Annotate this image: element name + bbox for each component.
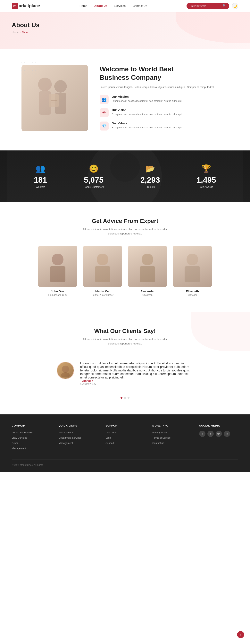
navbar: m arketplace Home About Us Services Cont… [0,0,250,12]
awards-number: 1,495 [196,176,216,184]
about-image [22,65,88,131]
nav-services[interactable]: Services [114,4,126,8]
stat-workers: 👥 181 Workers [34,164,47,188]
svg-point-10 [110,152,140,182]
expert-alexander-role: Chairmen [128,294,167,296]
footer-quick-links: QUICK LINKS Management Department Servic… [58,424,98,452]
footer-social: SOCIAL MEDIA f t g+ in [199,424,238,452]
footer-link-view-blog[interactable]: View Our Blog [12,436,27,439]
social-icons: f t g+ in [199,431,238,437]
footer-bottom: © 2021 Marketplace. All rights [12,460,238,466]
footer-grid: COMPANY About Our Services View Our Blog… [12,424,238,452]
breadcrumb: Home › About [12,31,238,34]
svg-point-20 [61,372,70,377]
expert-elizabeth-photo [173,246,212,287]
testimonial-text: Lorem ipsum dolor sit amet consectetur a… [80,362,193,379]
footer-support: SUPPORT Live Chart Legal Support [106,424,144,452]
dot-3[interactable] [128,397,130,399]
workers-label: Workers [34,186,47,188]
footer-more-heading: MORE INFO [152,424,192,427]
customers-icon: 😊 [84,164,104,173]
about-section: Welcome to World Best Business Company L… [10,49,240,150]
nav-about[interactable]: About Us [94,4,108,8]
about-description: Lorem ipsum viverra feugiat. Pellen tesq… [100,85,228,90]
search-icon[interactable]: 🔍 [222,4,226,8]
vision-desc: Excepteur sint occaecat cupidatat non pr… [112,112,182,116]
values-desc: Excepteur sint occaecat cupidatat non pr… [112,126,182,130]
footer-company: COMPANY About Our Services View Our Blog… [12,424,51,452]
stat-projects: 📂 2,293 Projects [140,164,160,188]
footer-link-about-services[interactable]: About Our Services [12,431,33,434]
nav-contact[interactable]: Contact Us [132,4,147,8]
svg-rect-18 [184,266,200,282]
copyright-text: © 2021 Marketplace. All rights [12,464,43,466]
workers-icon: 👥 [34,164,47,173]
values-title: Our Values [112,122,182,125]
feature-mission-text: Our Mission Excepteur sint occaecat cupi… [112,95,182,104]
facebook-icon[interactable]: f [199,431,206,437]
dot-1[interactable] [120,397,122,399]
mission-desc: Excepteur sint occaecat cupidatat non pr… [112,99,182,103]
expert-alexander-photo [128,246,167,287]
expert-alexander: Alexander Chairmen [128,246,167,296]
experts-subtitle: Ut aut reiciendis voluptatibus maiores a… [80,227,170,236]
dark-mode-button[interactable]: 🌙 [232,3,238,9]
expert-john-photo [38,246,77,287]
footer-terms[interactable]: Terms of Service [152,436,170,439]
twitter-icon[interactable]: t [208,431,214,437]
footer-support-link[interactable]: Support [106,442,114,444]
svg-point-17 [186,254,198,265]
svg-point-0 [38,78,52,91]
nav-home[interactable]: Home [80,4,87,8]
feature-mission: 👥 Our Mission Excepteur sint occaecat cu… [100,95,228,104]
testimonial-card: Lorem ipsum dolor sit amet consectetur a… [57,356,193,391]
footer-quick-dept[interactable]: Department Services [58,436,82,439]
testimonial-location: Comapany City [80,382,193,385]
testimonial-dots [12,397,238,399]
about-image-container [22,65,88,131]
expert-elizabeth-role: Manager [173,294,212,296]
logo-icon: m [12,3,18,9]
footer: COMPANY About Our Services View Our Blog… [0,414,250,472]
svg-point-19 [62,366,69,372]
footer-live-chat[interactable]: Live Chart [106,431,116,434]
breadcrumb-home[interactable]: Home [12,31,18,34]
svg-rect-14 [95,266,110,282]
googleplus-icon[interactable]: g+ [216,431,222,437]
footer-quick-management[interactable]: Management [58,431,73,434]
search-bar: 🔍 [186,3,229,9]
footer-legal[interactable]: Legal [106,436,112,439]
vision-icon: 👁 [100,108,108,117]
feature-vision-text: Our Vision Excepteur sint occaecat cupid… [112,108,182,117]
footer-link-management[interactable]: Management [12,447,26,450]
awards-icon: 🏆 [196,164,216,173]
footer-quick-heading: QUICK LINKS [58,424,98,427]
expert-john: John Doe Founder and CEO [38,246,77,296]
footer-link-news[interactable]: News [12,442,18,444]
customers-label: Happy Customers [84,186,104,188]
search-input[interactable] [190,4,221,8]
footer-quick-mgmt2[interactable]: Management [58,442,73,444]
testimonial-author: - Johnson [80,379,193,382]
stats-section: 👥 181 Workers 😊 5,075 Happy Customers 📂 … [0,150,250,202]
footer-contact-us[interactable]: Contact us [152,442,164,444]
expert-elizabeth: Elizabeth Manager [173,246,212,296]
projects-icon: 📂 [140,164,160,173]
instagram-icon[interactable]: in [224,431,230,437]
logo-text: arketplace [19,3,40,8]
nav-links: Home About Us Services Contact Us [80,4,147,8]
workers-number: 181 [34,176,47,184]
svg-point-11 [52,254,64,265]
testimonial-content: Lorem ipsum dolor sit amet consectetur a… [80,362,193,385]
about-heading: Welcome to World Best Business Company [100,65,228,82]
experts-title: Get Advice From Expert [12,218,238,224]
footer-social-heading: SOCIAL MEDIA [199,424,238,427]
logo[interactable]: m arketplace [12,3,40,9]
projects-number: 2,293 [140,176,160,184]
stat-customers: 😊 5,075 Happy Customers [84,164,104,188]
feature-vision: 👁 Our Vision Excepteur sint occaecat cup… [100,108,228,117]
footer-more-info: MORE INFO Privacy Policy Terms of Servic… [152,424,192,452]
expert-martin-role: Partner & co-founder [83,294,122,296]
footer-privacy[interactable]: Privacy Policy [152,431,168,434]
dot-2[interactable] [124,397,126,399]
